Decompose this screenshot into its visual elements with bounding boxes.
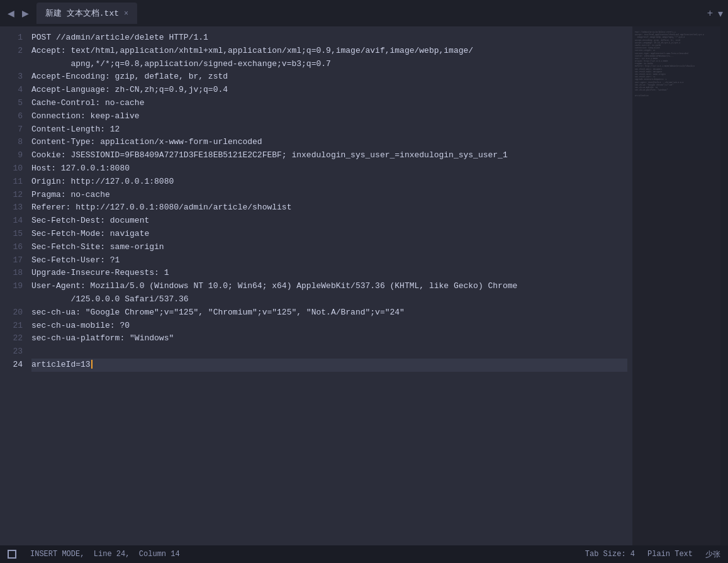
line-number: 7 <box>9 123 23 137</box>
editor-container: 123456789101112131415161718192021222324 … <box>0 26 728 545</box>
code-line: Referer: http://127.0.0.1:8080/admin/art… <box>31 201 627 215</box>
tab-close-button[interactable]: × <box>124 9 128 17</box>
line-number: 22 <box>9 332 23 345</box>
status-bar: INSERT MODE, Line 24, Column 14 Tab Size… <box>0 545 728 563</box>
code-line: User-Agent: Mozilla/5.0 (Windows NT 10.0… <box>31 280 627 293</box>
column-label: Column 14 <box>139 550 180 559</box>
file-type-label: Plain Text <box>647 550 693 559</box>
code-line: Accept-Encoding: gzip, deflate, br, zstd <box>31 70 627 84</box>
code-line: Origin: http://127.0.0.1:8080 <box>31 176 627 189</box>
line-number: 9 <box>9 149 23 162</box>
arrow-right-button[interactable]: ▶ <box>20 7 31 20</box>
line-number: 3 <box>9 70 23 84</box>
status-left: INSERT MODE, Line 24, Column 14 <box>8 550 180 559</box>
code-line: Cache-Control: no-cache <box>31 97 627 110</box>
line-number: 4 <box>9 84 23 97</box>
title-bar-actions: + ▾ <box>707 8 723 20</box>
tabs-dropdown-button[interactable]: ▾ <box>718 8 723 20</box>
code-line <box>31 345 627 359</box>
code-line: POST //admin/article/delete HTTP/1.1 <box>31 31 627 45</box>
code-line: /125.0.0.0 Safari/537.36 <box>31 293 627 306</box>
code-line: Sec-Fetch-Dest: document <box>31 215 627 228</box>
code-line: Upgrade-Insecure-Requests: 1 <box>31 267 627 280</box>
line-number: 23 <box>9 345 23 359</box>
line-number: 19 <box>9 280 23 306</box>
code-editor[interactable]: POST //admin/article/delete HTTP/1.1Acce… <box>29 26 632 545</box>
editor-mode: INSERT MODE, Line 24, Column 14 <box>30 550 180 559</box>
active-tab[interactable]: 新建 文本文档.txt × <box>36 3 137 24</box>
code-line: articleId=13 <box>31 359 627 372</box>
line-number: 18 <box>9 267 23 280</box>
line-number: 17 <box>9 254 23 267</box>
line-number: 21 <box>9 320 23 333</box>
line-label: Line 24 <box>94 550 125 559</box>
text-cursor <box>91 360 92 369</box>
tab-size-label: Tab Size: 4 <box>585 550 635 559</box>
line-number: 8 <box>9 136 23 149</box>
code-line: Content-Type: application/x-www-form-url… <box>31 136 627 149</box>
line-number: 11 <box>9 176 23 189</box>
line-number: 14 <box>9 215 23 228</box>
line-number: 1 <box>9 31 23 45</box>
code-line: apng,*/*;q=0.8,application/signed-exchan… <box>31 58 627 71</box>
line-numbers-gutter: 123456789101112131415161718192021222324 <box>0 26 29 545</box>
code-line: sec-ch-ua-platform: "Windows" <box>31 332 627 345</box>
line-number: 5 <box>9 97 23 110</box>
mode-label: INSERT MODE <box>30 550 80 559</box>
code-line: Sec-Fetch-Site: same-origin <box>31 241 627 254</box>
code-line: sec-ch-ua-mobile: ?0 <box>31 320 627 333</box>
vertical-scrollbar[interactable] <box>720 26 728 545</box>
code-line: Accept: text/html,application/xhtml+xml,… <box>31 45 627 58</box>
line-number: 20 <box>9 306 23 320</box>
line-number: 6 <box>9 110 23 123</box>
minimap: POST //admin/article/delete HTTP/1.1 Acc… <box>632 26 720 545</box>
line-number: 10 <box>9 162 23 176</box>
title-bar: ◀ ▶ 新建 文本文档.txt × + ▾ <box>0 0 728 26</box>
code-line: Host: 127.0.0.1:8080 <box>31 162 627 176</box>
extra-label: 少张 <box>705 549 720 560</box>
status-indicator-icon <box>8 550 16 559</box>
code-line: Cookie: JSESSIONID=9FB8409A7271D3FE18EB5… <box>31 149 627 162</box>
minimap-content: POST //admin/article/delete HTTP/1.1 Acc… <box>635 31 718 98</box>
line-number: 16 <box>9 241 23 254</box>
code-line: Content-Length: 12 <box>31 123 627 137</box>
line-number: 24 <box>9 359 23 372</box>
new-tab-button[interactable]: + <box>707 8 713 19</box>
navigation-arrows[interactable]: ◀ ▶ <box>5 7 31 20</box>
code-line: Pragma: no-cache <box>31 189 627 202</box>
code-line: Connection: keep-alive <box>31 110 627 123</box>
line-number: 13 <box>9 201 23 215</box>
arrow-left-button[interactable]: ◀ <box>5 7 17 20</box>
line-number: 15 <box>9 228 23 241</box>
status-right: Tab Size: 4 Plain Text 少张 <box>585 549 720 560</box>
line-number: 12 <box>9 189 23 202</box>
code-line: Accept-Language: zh-CN,zh;q=0.9,jv;q=0.4 <box>31 84 627 97</box>
code-line: Sec-Fetch-Mode: navigate <box>31 228 627 241</box>
line-number: 2 <box>9 45 23 71</box>
code-line: sec-ch-ua: "Google Chrome";v="125", "Chr… <box>31 306 627 320</box>
tab-title: 新建 文本文档.txt <box>45 8 119 19</box>
code-line: Sec-Fetch-User: ?1 <box>31 254 627 267</box>
